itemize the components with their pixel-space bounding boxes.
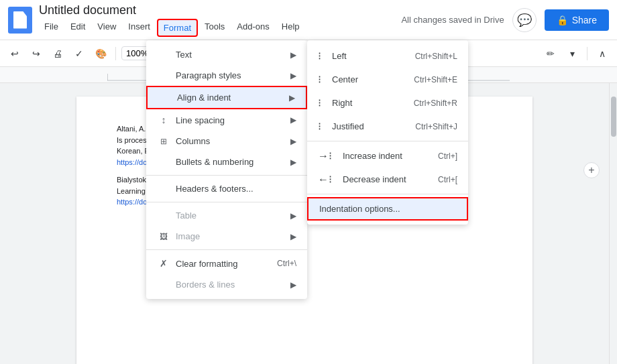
pencil-edit-button[interactable]: ✏ [541, 44, 560, 63]
align-left-shortcut: Ctrl+Shift+L [415, 52, 457, 61]
align-center-shortcut: Ctrl+Shift+E [414, 75, 457, 84]
decrease-indent-icon: ←⁝ [318, 173, 332, 186]
share-button[interactable]: 🔒 Share [545, 9, 609, 31]
spacing-arrow: ▶ [290, 115, 296, 125]
share-label: Share [572, 15, 597, 25]
menu-divider-2 [146, 202, 307, 202]
menu-edit[interactable]: Edit [65, 19, 91, 37]
comment-button[interactable]: 💬 [512, 8, 537, 32]
scroll-thumb[interactable] [611, 97, 616, 137]
format-text-label: Text [176, 50, 192, 60]
align-center-label: Center [332, 74, 358, 84]
top-bar: Untitled document File Edit View Insert … [0, 0, 617, 40]
format-menu: Text ▶ Paragraph styles ▶ Align & indent… [146, 40, 307, 299]
format-menu-align[interactable]: Align & indent ▶ [146, 86, 307, 109]
spellcheck-button[interactable]: ✓ [70, 44, 89, 63]
menu-insert[interactable]: Insert [123, 19, 156, 37]
format-spacing-label: Line spacing [176, 115, 225, 125]
format-menu-columns[interactable]: ⊞ Columns ▶ [146, 131, 307, 151]
top-right-area: All changes saved in Drive 💬 🔒 Share [401, 8, 609, 32]
align-submenu: ⁝ Left Ctrl+Shift+L ⁝ Center Ctrl+Shift+… [307, 40, 468, 225]
align-right-label: Right [332, 98, 352, 108]
increase-indent-shortcut: Ctrl+] [438, 151, 457, 161]
borders-arrow: ▶ [290, 280, 296, 290]
align-center-icon: ⁝ [318, 73, 321, 86]
align-right-shortcut: Ctrl+Shift+R [414, 99, 457, 108]
clear-shortcut: Ctrl+\ [277, 259, 296, 268]
increase-indent-icon: →⁝ [318, 149, 332, 162]
table-arrow: ▶ [290, 211, 296, 221]
text-arrow: ▶ [290, 50, 296, 60]
format-bullets-label: Bullets & numbering [176, 157, 254, 167]
menu-format[interactable]: Format [157, 19, 198, 37]
menu-help[interactable]: Help [276, 19, 305, 37]
bullets-arrow: ▶ [290, 158, 296, 167]
toolbar-divider-6 [587, 47, 587, 60]
indentation-options-label: Indentation options... [319, 204, 400, 214]
menu-divider-3 [146, 249, 307, 250]
format-headers-label: Headers & footers... [176, 184, 254, 194]
format-menu-headers[interactable]: Headers & footers... [146, 178, 307, 199]
align-right-icon: ⁝ [318, 97, 321, 109]
format-menu-borders: Borders & lines ▶ [146, 274, 307, 295]
format-image-label: Image [176, 231, 200, 241]
align-right-item[interactable]: ⁝ Right Ctrl+Shift+R [307, 91, 468, 115]
align-justified-item[interactable]: ⁝ Justified Ctrl+Shift+J [307, 115, 468, 138]
columns-arrow: ▶ [290, 137, 296, 146]
decrease-indent-item[interactable]: ←⁝ Decrease indent Ctrl+[ [307, 168, 468, 191]
format-align-label: Align & indent [177, 93, 231, 103]
menu-tools[interactable]: Tools [199, 19, 230, 37]
format-columns-label: Columns [176, 136, 210, 146]
menu-file[interactable]: File [39, 19, 64, 37]
format-menu-bullets[interactable]: Bullets & numbering ▶ [146, 151, 307, 172]
pencil-caret-button[interactable]: ▾ [563, 44, 581, 63]
increase-indent-label: Increase indent [343, 151, 402, 161]
increase-indent-item[interactable]: →⁝ Increase indent Ctrl+] [307, 144, 468, 168]
format-menu-clear[interactable]: ✗ Clear formatting Ctrl+\ [146, 253, 307, 274]
format-clear-label: Clear formatting [176, 259, 237, 269]
redo-button[interactable]: ↪ [27, 44, 46, 63]
format-menu-paragraph[interactable]: Paragraph styles ▶ [146, 65, 307, 86]
align-arrow: ▶ [289, 93, 295, 103]
image-icon: 🖼 [157, 232, 170, 241]
align-divider-2 [307, 194, 468, 194]
format-paragraph-label: Paragraph styles [176, 70, 241, 80]
undo-button[interactable]: ↩ [5, 44, 24, 63]
decrease-indent-shortcut: Ctrl+[ [438, 175, 457, 184]
clear-icon: ✗ [157, 258, 170, 269]
doc-title: Untitled document [39, 3, 401, 17]
align-left-label: Left [332, 51, 347, 61]
doc-icon [8, 7, 32, 34]
columns-icon: ⊞ [157, 137, 170, 146]
toolbar-divider-1 [115, 47, 116, 60]
collapse-button[interactable]: ∧ [593, 44, 612, 63]
decrease-indent-label: Decrease indent [343, 174, 406, 184]
menu-view[interactable]: View [92, 19, 121, 37]
format-table-label: Table [176, 210, 197, 221]
align-left-item[interactable]: ⁝ Left Ctrl+Shift+L [307, 44, 468, 68]
format-menu-image: 🖼 Image ▶ [146, 226, 307, 247]
align-left-icon: ⁝ [318, 50, 321, 62]
align-justified-icon: ⁝ [318, 120, 321, 133]
spacing-icon: ↕ [157, 115, 170, 125]
align-divider-1 [307, 141, 468, 141]
format-menu-table: Table ▶ [146, 205, 307, 226]
scrollbar[interactable] [609, 83, 617, 364]
print-button[interactable]: 🖨 [48, 44, 67, 63]
saved-status: All changes saved in Drive [401, 15, 504, 25]
align-justified-shortcut: Ctrl+Shift+J [415, 122, 457, 131]
lock-icon: 🔒 [557, 15, 568, 25]
menu-addons[interactable]: Add-ons [231, 19, 274, 37]
align-justified-label: Justified [332, 121, 364, 131]
paragraph-arrow: ▶ [290, 71, 296, 80]
image-arrow: ▶ [290, 232, 296, 241]
paint-button[interactable]: 🎨 [91, 44, 110, 63]
format-borders-label: Borders & lines [176, 280, 235, 290]
format-menu-text[interactable]: Text ▶ [146, 44, 307, 65]
indentation-options-item[interactable]: Indentation options... [307, 197, 468, 221]
menu-divider-1 [146, 175, 307, 176]
doc-title-area: Untitled document File Edit View Insert … [39, 3, 401, 37]
align-center-item[interactable]: ⁝ Center Ctrl+Shift+E [307, 68, 468, 91]
add-comment-button[interactable]: + [583, 162, 600, 178]
format-menu-spacing[interactable]: ↕ Line spacing ▶ [146, 109, 307, 131]
